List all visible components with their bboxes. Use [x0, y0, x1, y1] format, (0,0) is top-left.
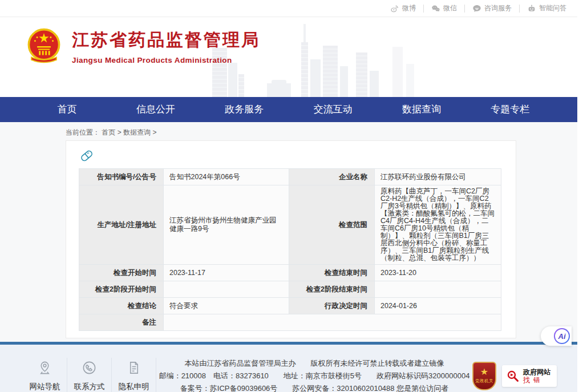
consult-icon — [472, 4, 481, 13]
footer-link-label: 隐私申明 — [115, 382, 152, 392]
row-label: 检查2阶段开始时间 — [79, 281, 164, 298]
row-label: 告知书编号/公告号 — [79, 169, 164, 185]
row-label: 备注 — [79, 314, 164, 331]
badge-find-sub: 找错 — [523, 376, 550, 384]
badge-gov-label: 党政机关 — [475, 378, 493, 384]
nav-item-data-query[interactable]: 数据查询 — [377, 97, 465, 122]
breadcrumb-home-link[interactable]: 首页 — [102, 128, 115, 136]
row-label: 检查结束时间 — [289, 265, 375, 281]
ai-icon: Ai — [554, 328, 570, 344]
magnifier-icon — [506, 369, 520, 383]
nav-item-special-topics[interactable]: 专题专栏 — [466, 97, 554, 122]
footer-link-contact[interactable]: 联系方式 — [67, 358, 112, 392]
row-value — [164, 314, 501, 331]
row-label: 行政决定时间 — [289, 298, 375, 314]
row-value — [164, 281, 289, 298]
table-row: 告知书编号/公告号 告知书2024年第066号 企业名称 江苏联环药业股份有限公… — [79, 169, 501, 185]
badge-star-icon: ★ — [480, 367, 488, 377]
footer-link-label: 联系方式 — [71, 382, 108, 392]
content-area: 当前位置： 首页 > 数据查询 > 告知书编号/公告号 告知书2024年第06 — [0, 122, 577, 342]
footer-info: 本站由江苏省药品监督管理局主办 版权所有未经许可禁止转载或者建立镜像 邮编：21… — [156, 357, 472, 392]
footer-line-contact: 邮编：210008 电话：83273610 地址：南京市鼓楼街5号 政府网站标识… — [156, 370, 472, 382]
map-pin-icon — [37, 360, 52, 375]
national-emblem-logo — [25, 26, 63, 66]
nav-item-home[interactable]: 首页 — [23, 97, 111, 122]
consult-label: 咨询服务 — [484, 3, 512, 13]
nav-item-info-disclosure[interactable]: 信息公开 — [111, 97, 200, 122]
table-row: 备注 — [79, 314, 501, 331]
row-value: 2023-11-20 — [375, 265, 501, 281]
ai-assistant-button[interactable]: Ai — [541, 326, 572, 346]
gov-site-error-badge[interactable]: 政府网站 找错 — [502, 365, 557, 387]
row-value: 江苏联环药业股份有限公司 — [375, 169, 501, 185]
row-label: 检查范围 — [289, 185, 375, 265]
party-gov-badge[interactable]: ★ 党政机关 — [472, 362, 496, 390]
weibo-label: 微博 — [402, 3, 416, 13]
wechat-icon — [431, 4, 440, 13]
site-title: 江苏省药品监督管理局 — [72, 29, 260, 52]
breadcrumb-sep: > — [118, 128, 122, 136]
footer-line-icp: 备案号：苏ICP备09039606号 苏公网安备：32010602010488 … — [156, 382, 472, 392]
logo-block[interactable]: 江苏省药品监督管理局 Jiangsu Medical Products Admi… — [25, 26, 260, 66]
footer-link-label: 网站导航 — [26, 382, 63, 392]
footer-line-host: 本站由江苏省药品监督管理局主办 版权所有未经许可禁止转载或者建立镜像 — [156, 357, 472, 370]
main-nav: 首页 信息公开 政务服务 交流互动 数据查询 专题专栏 — [0, 97, 577, 122]
wechat-label: 微信 — [443, 3, 457, 13]
weibo-link[interactable]: 微博 — [383, 5, 424, 13]
footer-link-privacy[interactable]: 隐私申明 — [112, 358, 156, 392]
breadcrumb-prefix: 当前位置： — [66, 128, 100, 136]
inspection-detail-card: 告知书编号/公告号 告知书2024年第066号 企业名称 江苏联环药业股份有限公… — [66, 140, 516, 338]
nav-item-gov-services[interactable]: 政务服务 — [200, 97, 289, 122]
footer-links: 网站导航 联系方式 隐私申明 — [23, 358, 156, 392]
badge-find-title: 政府网站 — [523, 368, 550, 376]
site-subtitle: Jiangsu Medical Products Administration — [72, 56, 260, 64]
row-label: 生产地址/注册地址 — [79, 185, 164, 265]
footer: 网站导航 联系方式 隐私申明 — [0, 345, 577, 392]
consult-service-link[interactable]: 咨询服务 — [465, 5, 520, 13]
topbar: 微博 微信 咨询服务 — [0, 0, 577, 17]
row-label: 企业名称 — [289, 169, 375, 185]
row-value: 符合要求 — [164, 298, 289, 314]
row-value: 原料药【曲克芦丁，一车间C2厂房C2-H2生产线（合成），一车间C2厂房3号精烘… — [375, 185, 501, 265]
table-row: 检查结论 符合要求 行政决定时间 2024-01-26 — [79, 298, 501, 314]
footer-link-sitemap[interactable]: 网站导航 — [23, 358, 67, 392]
capsule-pill-icon — [79, 148, 95, 164]
row-value: 2023-11-17 — [164, 265, 289, 281]
phone-icon — [82, 360, 97, 375]
site-header: 江苏省药品监督管理局 Jiangsu Medical Products Admi… — [0, 17, 577, 97]
breadcrumb: 当前位置： 首页 > 数据查询 > — [66, 127, 577, 138]
table-row: 检查2阶段开始时间 检查2阶段结束时间 — [79, 281, 501, 298]
table-row: 检查开始时间 2023-11-17 检查结束时间 2023-11-20 — [79, 265, 501, 281]
breadcrumb-sep2: > — [152, 128, 156, 136]
inspection-table: 告知书编号/公告号 告知书2024年第066号 企业名称 江苏联环药业股份有限公… — [79, 168, 501, 331]
row-value: 告知书2024年第066号 — [164, 169, 289, 185]
row-value: 2024-01-26 — [375, 298, 501, 314]
page: 微博 微信 咨询服务 — [0, 0, 577, 392]
table-row: 生产地址/注册地址 江苏省扬州市扬州生物健康产业园健康一路9号 检查范围 原料药… — [79, 185, 501, 265]
row-label: 检查2阶段结束时间 — [289, 281, 375, 298]
row-label: 检查开始时间 — [79, 265, 164, 281]
breadcrumb-data-query-link[interactable]: 数据查询 — [123, 128, 151, 136]
nav-item-interaction[interactable]: 交流互动 — [289, 97, 377, 122]
row-value: 江苏省扬州市扬州生物健康产业园健康一路9号 — [164, 185, 289, 265]
row-value — [375, 281, 501, 298]
row-label: 检查结论 — [79, 298, 164, 314]
wechat-link[interactable]: 微信 — [424, 5, 465, 13]
smart-qa-label: 智能问答 — [539, 3, 566, 13]
document-icon — [126, 360, 141, 375]
footer-badges: ★ 党政机关 政府网站 找错 — [472, 362, 557, 390]
qa-robot-icon — [527, 4, 536, 13]
smart-qa-link[interactable]: 智能问答 — [520, 5, 574, 13]
weibo-icon — [390, 4, 399, 13]
